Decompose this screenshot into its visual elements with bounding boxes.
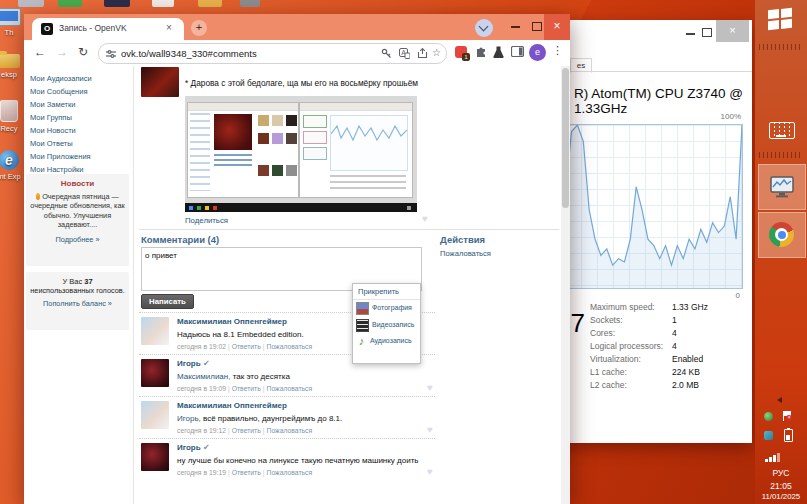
close-button[interactable]: ×	[544, 14, 570, 40]
taskbar-item-chrome[interactable]	[758, 212, 806, 258]
maximize-button[interactable]	[702, 28, 712, 37]
sidebar-item-messages[interactable]: Мои Сообщения	[30, 85, 130, 98]
post-image-detail	[213, 206, 217, 210]
stat-label: L1 cache:	[590, 366, 672, 379]
report-link[interactable]: Пожаловаться	[267, 427, 313, 434]
commenter-name-link[interactable]: Игорь ✔	[177, 443, 210, 452]
post-author-avatar[interactable]	[141, 67, 179, 97]
address-bar[interactable]: ovk.to/wall9348_330#comments A ☆	[98, 43, 447, 64]
flame-icon	[36, 193, 40, 200]
sidebar-item-notes[interactable]: Мои Заметки	[30, 98, 130, 111]
comment-like-heart-icon[interactable]: ♥	[427, 382, 433, 393]
comment-like-heart-icon[interactable]: ♥	[427, 424, 433, 435]
new-tab-button[interactable]: +	[191, 20, 207, 36]
scrollbar[interactable]	[561, 66, 570, 504]
windows-logo-icon	[768, 20, 779, 30]
language-indicator[interactable]: РУС	[755, 468, 807, 478]
news-more-link[interactable]: Подробнее »	[28, 235, 127, 244]
desktop-icon-partial	[152, 0, 174, 7]
report-post-link[interactable]: Пожаловаться	[440, 249, 491, 258]
write-comment-button[interactable]: Написать	[141, 294, 194, 309]
side-panel-icon[interactable]	[511, 46, 524, 57]
minimize-button[interactable]	[686, 33, 695, 35]
tray-app-icon[interactable]	[764, 431, 773, 440]
report-link[interactable]: Пожаловаться	[267, 385, 313, 392]
network-signal-icon[interactable]	[765, 452, 781, 462]
sidebar-item-apps[interactable]: Мои Приложения	[30, 150, 130, 163]
reply-link[interactable]: Ответить	[232, 385, 261, 392]
show-hidden-icons-arrow[interactable]	[777, 397, 782, 403]
clock-date[interactable]: 11/01/2025	[755, 492, 807, 501]
commenter-avatar[interactable]	[141, 359, 169, 387]
taskbar-item-task-manager[interactable]	[758, 164, 806, 210]
post-image-detail	[185, 203, 417, 212]
share-link[interactable]: Поделиться	[185, 216, 228, 225]
clock-time[interactable]: 21:05	[755, 481, 807, 491]
battery-icon[interactable]	[784, 429, 793, 442]
commenter-avatar[interactable]	[141, 443, 169, 471]
antivirus-tray-icon[interactable]	[764, 412, 773, 421]
attach-video-item[interactable]: Видеозапись	[353, 317, 420, 334]
desktop-icon-this-pc[interactable]: Th	[0, 8, 26, 37]
site-info-icon[interactable]	[106, 49, 116, 59]
sidebar-item-news[interactable]: Мои Новости	[30, 124, 130, 137]
desktop-icon-recycle-bin[interactable]: Recy	[0, 100, 26, 133]
forward-button[interactable]: →	[56, 45, 68, 59]
flask-extension-icon[interactable]	[493, 46, 504, 58]
commenter-name-link[interactable]: Максимилиан Оппенгеймер	[177, 401, 287, 410]
close-button[interactable]: ×	[716, 20, 749, 42]
share-icon[interactable]	[417, 48, 428, 59]
commenter-name-link[interactable]: Игорь ✔	[177, 359, 210, 368]
desktop-icon-internet-explorer[interactable]: e Int Exp	[0, 150, 26, 181]
commenter-avatar[interactable]	[141, 317, 169, 345]
report-link[interactable]: Пожаловаться	[267, 469, 313, 476]
sidebar-item-replies[interactable]: Мои Ответы	[30, 137, 130, 150]
reload-button[interactable]: ↻	[78, 45, 88, 59]
action-center-flag-icon[interactable]: ×	[783, 411, 792, 421]
section-divider	[139, 229, 559, 230]
reply-link[interactable]: Ответить	[232, 469, 261, 476]
minimize-button[interactable]	[511, 26, 520, 28]
browser-menu-icon[interactable]: ⋮	[552, 44, 563, 57]
stat-value: 224 KB	[672, 366, 700, 379]
taskbar: × РУС 21:05 11/01/2025	[755, 0, 807, 504]
mention-link[interactable]: Максимилиан,	[177, 372, 230, 381]
back-button[interactable]: ←	[34, 45, 46, 59]
browser-window: O Запись - OpenVK × + × ← → ↻ ovk.to/wal…	[24, 14, 570, 504]
news-text: Очередная пятница — очередные обновления…	[28, 192, 127, 230]
commenter-name-link[interactable]: Максимилиан Оппенгеймер	[177, 317, 287, 326]
scrollbar-thumb[interactable]	[562, 68, 569, 208]
sidebar-item-audios[interactable]: Мои Аудиозаписи	[30, 72, 130, 85]
post-image-detail	[258, 165, 269, 176]
comment-like-heart-icon[interactable]: ♥	[427, 466, 433, 477]
reply-link[interactable]: Ответить	[232, 343, 261, 350]
extensions-puzzle-icon[interactable]	[475, 46, 487, 58]
attach-menu-button[interactable]: Прикрепить	[353, 284, 420, 300]
post-like-heart-icon[interactable]: ♥	[422, 213, 428, 224]
bookmark-star-icon[interactable]: ☆	[432, 47, 441, 58]
password-key-icon[interactable]	[381, 48, 392, 59]
desktop-icon-folder[interactable]: eksp	[0, 54, 26, 79]
sidebar-item-groups[interactable]: Мои Группы	[30, 111, 130, 124]
cpu-stats: Maximum speed:1.33 GHz Sockets:1 Cores:4…	[590, 301, 742, 392]
attach-audio-item[interactable]: ♪ Аудиозапись	[353, 334, 420, 349]
reply-link[interactable]: Ответить	[232, 427, 261, 434]
report-link[interactable]: Пожаловаться	[267, 343, 313, 350]
profile-avatar[interactable]: e	[529, 44, 546, 61]
tab-search-button[interactable]	[475, 19, 493, 37]
touch-keyboard-button[interactable]	[769, 122, 795, 139]
browser-tab[interactable]: O Запись - OpenVK ×	[32, 18, 184, 40]
stat-row: Logical processors:4	[590, 340, 742, 353]
adblock-extension-icon[interactable]: 1	[455, 46, 467, 58]
translate-icon[interactable]: A	[399, 48, 410, 59]
topup-balance-link[interactable]: Пополнить баланс »	[43, 299, 112, 308]
start-button[interactable]	[768, 8, 792, 31]
post-image[interactable]	[185, 96, 417, 212]
commenter-avatar[interactable]	[141, 401, 169, 429]
post-image-detail	[286, 165, 297, 176]
attach-photo-item[interactable]: Фотография	[353, 300, 420, 317]
tab-close-icon[interactable]: ×	[166, 22, 172, 33]
maximize-button[interactable]	[532, 22, 542, 31]
comment-text: Максимилиан, так это десятка	[177, 372, 427, 381]
mention-link[interactable]: Игорь,	[177, 414, 201, 423]
